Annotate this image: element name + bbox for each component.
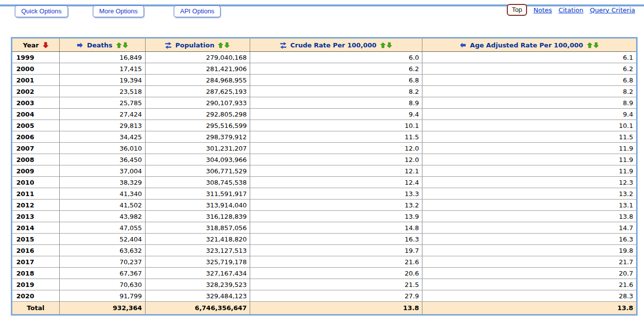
age-adjusted-rate-cell: 13.1 xyxy=(422,200,637,211)
cdc-wonder-results-page: Quick Options More Options API Options T… xyxy=(0,0,644,321)
age-adjusted-rate-cell: 16.3 xyxy=(422,234,637,245)
query-criteria-link[interactable]: Query Criteria xyxy=(590,6,635,14)
age-adjusted-rate-cell: 6.1 xyxy=(422,52,637,63)
column-header-age-adjusted-rate: Age Adjusted Rate Per 100,000 xyxy=(422,38,637,52)
deaths-cell: 41,340 xyxy=(60,188,145,200)
year-cell: 2016 xyxy=(12,245,60,256)
notes-link[interactable]: Notes xyxy=(533,6,552,14)
right-arrow-icon[interactable] xyxy=(76,42,83,48)
year-cell: 2003 xyxy=(12,97,60,109)
green-down-arrow-icon[interactable] xyxy=(122,42,128,48)
table-row: 200427,424292,805,2989.49.4 xyxy=(12,109,637,120)
year-cell: 2008 xyxy=(12,154,60,165)
green-down-arrow-icon[interactable] xyxy=(224,42,230,48)
year-cell: 2007 xyxy=(12,143,60,154)
population-cell: 318,857,056 xyxy=(145,222,250,234)
crude-rate-cell: 12.0 xyxy=(250,143,422,154)
deaths-cell: 29,813 xyxy=(60,120,145,131)
table-row: 200634,425298,379,91211.511.5 xyxy=(12,131,637,143)
table-row: 199916,849279,040,1686.06.1 xyxy=(12,52,637,63)
crude-rate-cell: 11.5 xyxy=(250,131,422,143)
swap-arrows-icon[interactable] xyxy=(280,42,287,49)
table-row: 201867,367327,167,43420.620.7 xyxy=(12,268,637,279)
total-deaths-cell: 932,364 xyxy=(60,302,145,315)
deaths-cell: 63,632 xyxy=(60,245,145,256)
quick-options-button[interactable]: Quick Options xyxy=(15,5,68,17)
api-options-button[interactable]: API Options xyxy=(174,5,221,17)
more-options-button[interactable]: More Options xyxy=(93,5,144,17)
deaths-cell: 16,849 xyxy=(60,52,145,63)
population-cell: 304,093,966 xyxy=(145,154,250,165)
crude-rate-cell: 20.6 xyxy=(250,268,422,279)
table-row: 200223,518287,625,1938.28.2 xyxy=(12,86,637,97)
age-adjusted-rate-cell: 28.3 xyxy=(422,290,637,302)
crude-rate-cell: 14.8 xyxy=(250,222,422,234)
deaths-cell: 52,404 xyxy=(60,234,145,245)
deaths-cell: 34,425 xyxy=(60,131,145,143)
crude-rate-cell: 6.8 xyxy=(250,75,422,86)
deaths-cell: 36,010 xyxy=(60,143,145,154)
table-row: 200017,415281,421,9066.26.2 xyxy=(12,63,637,75)
year-cell: 2019 xyxy=(12,279,60,290)
population-cell: 281,421,906 xyxy=(145,63,250,75)
green-down-arrow-icon[interactable] xyxy=(593,42,599,48)
green-up-arrow-icon[interactable] xyxy=(218,42,224,48)
age-adjusted-rate-cell: 8.2 xyxy=(422,86,637,97)
year-cell: 2017 xyxy=(12,256,60,268)
population-cell: 287,625,193 xyxy=(145,86,250,97)
column-header-year: Year xyxy=(12,38,60,52)
green-up-arrow-icon[interactable] xyxy=(587,42,593,48)
green-up-arrow-icon[interactable] xyxy=(380,42,386,48)
crude-rate-cell: 13.2 xyxy=(250,200,422,211)
age-adjusted-rate-cell: 6.8 xyxy=(422,75,637,86)
red-down-arrow-icon[interactable] xyxy=(42,42,49,48)
age-adjusted-rate-cell: 11.9 xyxy=(422,165,637,177)
column-header-crude-rate: Crude Rate Per 100,000 xyxy=(250,38,422,52)
crude-rate-cell: 10.1 xyxy=(250,120,422,131)
column-label-deaths: Deaths xyxy=(87,41,113,49)
population-cell: 295,516,599 xyxy=(145,120,250,131)
population-cell: 308,745,538 xyxy=(145,177,250,188)
year-cell: 2006 xyxy=(12,131,60,143)
year-cell: 2013 xyxy=(12,211,60,222)
crude-rate-cell: 21.5 xyxy=(250,279,422,290)
total-row: Total 932,364 6,746,356,647 13.8 13.8 xyxy=(12,302,637,315)
table-row: 201552,404321,418,82016.316.3 xyxy=(12,234,637,245)
deaths-cell: 41,502 xyxy=(60,200,145,211)
age-adjusted-rate-cell: 10.1 xyxy=(422,120,637,131)
crude-rate-cell: 9.4 xyxy=(250,109,422,120)
table-row: 200836,450304,093,96612.011.9 xyxy=(12,154,637,165)
top-button[interactable]: Top xyxy=(507,4,527,16)
year-cell: 2012 xyxy=(12,200,60,211)
deaths-cell: 27,424 xyxy=(60,109,145,120)
table-row: 201770,237325,719,17821.621.7 xyxy=(12,256,637,268)
population-cell: 316,128,839 xyxy=(145,211,250,222)
year-cell: 2000 xyxy=(12,63,60,75)
table-row: 200736,010301,231,20712.011.9 xyxy=(12,143,637,154)
crude-rate-cell: 13.9 xyxy=(250,211,422,222)
crude-rate-cell: 27.9 xyxy=(250,290,422,302)
table-body: 199916,849279,040,1686.06.1200017,415281… xyxy=(12,52,637,302)
table-row: 200529,813295,516,59910.110.1 xyxy=(12,120,637,131)
year-cell: 2011 xyxy=(12,188,60,200)
population-cell: 284,968,955 xyxy=(145,75,250,86)
age-adjusted-rate-cell: 21.7 xyxy=(422,256,637,268)
green-up-arrow-icon[interactable] xyxy=(116,42,122,48)
age-adjusted-rate-cell: 11.9 xyxy=(422,143,637,154)
results-table-header: Year Deaths xyxy=(12,38,637,52)
total-label-cell: Total xyxy=(12,302,60,315)
year-cell: 2009 xyxy=(12,165,60,177)
column-label-crude-rate: Crude Rate Per 100,000 xyxy=(290,41,377,49)
population-cell: 327,167,434 xyxy=(145,268,250,279)
deaths-cell: 25,785 xyxy=(60,97,145,109)
table-row: 201038,329308,745,53812.412.3 xyxy=(12,177,637,188)
crude-rate-cell: 12.0 xyxy=(250,154,422,165)
population-cell: 298,379,912 xyxy=(145,131,250,143)
crude-rate-cell: 19.7 xyxy=(250,245,422,256)
left-arrow-icon[interactable] xyxy=(459,42,466,48)
population-cell: 311,591,917 xyxy=(145,188,250,200)
swap-arrows-icon[interactable] xyxy=(165,42,172,49)
table-row: 202091,799329,484,12327.928.3 xyxy=(12,290,637,302)
green-down-arrow-icon[interactable] xyxy=(386,42,392,48)
citation-link[interactable]: Citation xyxy=(559,6,584,14)
